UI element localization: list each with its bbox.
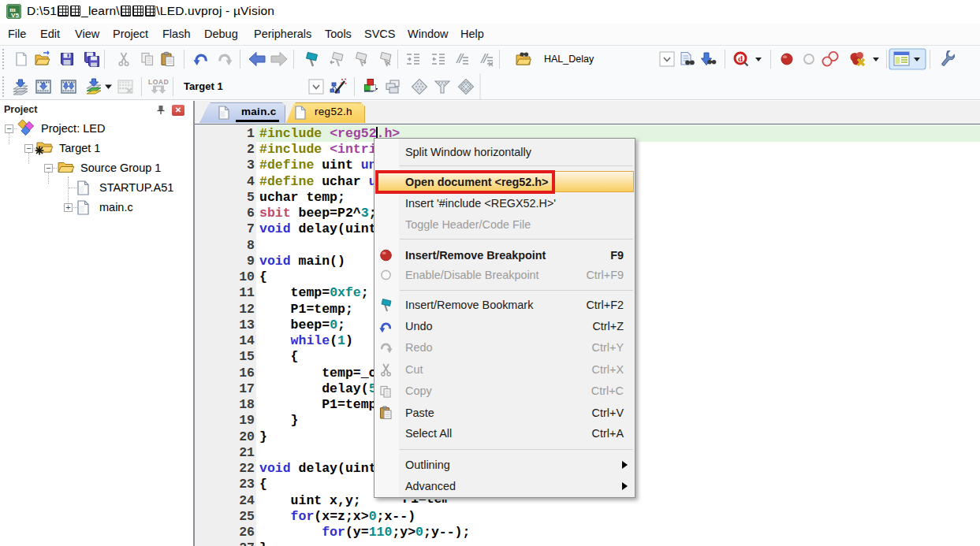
svg-text:V5: V5 — [11, 12, 19, 19]
svg-text:LOAD: LOAD — [148, 78, 169, 86]
svg-text:d: d — [738, 54, 743, 63]
